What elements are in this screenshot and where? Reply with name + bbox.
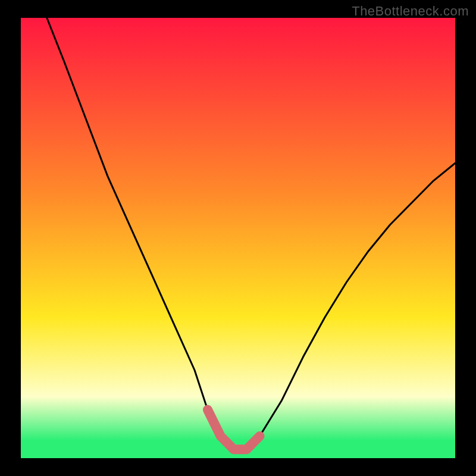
- watermark-text: TheBottleneck.com: [352, 4, 469, 19]
- chart-container: TheBottleneck.com: [0, 0, 476, 476]
- plot-area: [21, 18, 455, 458]
- bottleneck-chart: [0, 0, 476, 476]
